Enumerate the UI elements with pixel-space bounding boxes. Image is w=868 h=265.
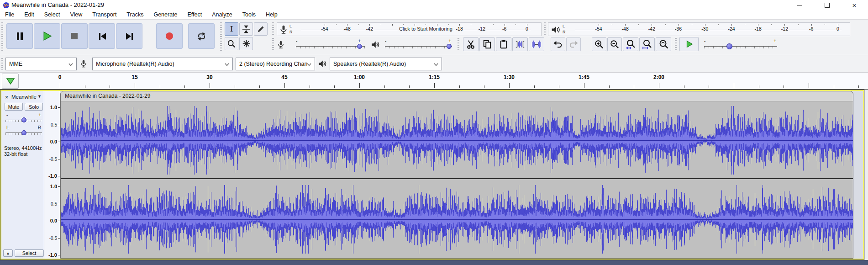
solo-button[interactable]: Solo xyxy=(25,103,43,111)
play-at-speed-grip[interactable] xyxy=(675,38,677,52)
playback-meter-grip[interactable] xyxy=(544,22,546,36)
vertical-scale-ruler[interactable]: 1.00.50.0-0.5-1.01.00.50.0-0.5-1.0 xyxy=(44,91,60,259)
record-button[interactable] xyxy=(156,23,183,49)
menu-edit[interactable]: Edit xyxy=(19,11,39,19)
playback-volume-thumb[interactable] xyxy=(447,44,452,49)
timeline-tick xyxy=(659,83,659,88)
paste-button[interactable] xyxy=(496,37,511,51)
maximize-icon xyxy=(825,3,830,8)
recording-meter-grip[interactable] xyxy=(272,22,274,36)
menu-tracks[interactable]: Tracks xyxy=(121,11,148,19)
skip-to-end-icon xyxy=(124,31,135,42)
vruler-tick xyxy=(58,204,60,204)
playback-device-select[interactable]: Speakers (Realtek(R) Audio) xyxy=(330,58,442,70)
track-select-button[interactable]: Select xyxy=(15,249,44,257)
zoom-out-button[interactable] xyxy=(607,37,622,51)
pan-slider[interactable]: L R xyxy=(5,126,42,137)
draw-tool-button[interactable] xyxy=(254,22,268,36)
play-button[interactable] xyxy=(34,23,60,49)
timeline-ruler[interactable]: 01530451:001:151:301:452:00 xyxy=(0,73,868,90)
timeline-tick xyxy=(85,85,85,88)
track-menu-arrow-icon[interactable]: ▼ xyxy=(37,94,42,99)
loop-icon xyxy=(196,31,207,42)
menu-help[interactable]: Help xyxy=(261,11,283,19)
pause-button[interactable] xyxy=(6,23,33,49)
play-speed-slider[interactable]: - + xyxy=(704,39,777,51)
fit-project-button[interactable] xyxy=(639,37,655,51)
undo-button[interactable] xyxy=(551,37,565,51)
track-name[interactable]: Meanwhile in xyxy=(11,94,37,100)
gain-thumb[interactable] xyxy=(21,117,26,122)
zoom-in-button[interactable] xyxy=(592,37,606,51)
playback-volume-slider[interactable]: - + xyxy=(385,39,452,51)
menu-file[interactable]: File xyxy=(0,11,19,19)
clip-header[interactable]: Meanwhile in Canada - 2022-01-29 xyxy=(61,91,853,101)
recording-meter[interactable]: L R -54-48-42-18-12-60Click to Start Mon… xyxy=(277,22,542,36)
recording-volume-minus: - xyxy=(296,39,297,43)
recording-volume-plus: + xyxy=(358,39,361,43)
recording-volume-slider[interactable]: - + xyxy=(296,39,365,51)
menu-generate[interactable]: Generate xyxy=(148,11,182,19)
selection-tool-button[interactable]: I xyxy=(225,22,238,36)
transport-toolbar-grip[interactable] xyxy=(1,22,3,52)
menu-tools[interactable]: Tools xyxy=(237,11,261,19)
meter-monitor-message[interactable]: Click to Start Monitoring xyxy=(398,26,454,32)
device-toolbar-grip[interactable] xyxy=(1,58,3,70)
mute-button[interactable]: Mute xyxy=(5,103,23,111)
maximize-button[interactable] xyxy=(813,0,841,10)
trim-audio-button[interactable] xyxy=(512,37,528,51)
copy-button[interactable] xyxy=(479,37,495,51)
meter-scale-label: -48 xyxy=(621,26,630,32)
timeline-tick xyxy=(759,85,759,88)
timeline-tick xyxy=(110,85,110,88)
menu-select[interactable]: Select xyxy=(39,11,65,19)
audio-host-select[interactable]: MME xyxy=(5,58,77,70)
menu-transport[interactable]: Transport xyxy=(87,11,121,19)
waveform-canvas[interactable] xyxy=(61,101,853,258)
redo-button[interactable] xyxy=(566,37,581,51)
silence-audio-button[interactable] xyxy=(529,37,544,51)
play-speed-thumb[interactable] xyxy=(726,43,732,49)
meter-tick-minor xyxy=(612,24,612,25)
audio-clip[interactable]: Meanwhile in Canada - 2022-01-29 xyxy=(60,91,853,259)
cut-button[interactable] xyxy=(463,37,479,51)
play-at-speed-button[interactable] xyxy=(679,37,699,51)
vruler-tick xyxy=(58,125,60,125)
playback-meter[interactable]: L R -54-48-42-36-30-24-18-12-60 xyxy=(548,22,850,36)
loop-button[interactable] xyxy=(188,23,215,49)
minimize-icon xyxy=(797,5,802,5)
track: × Meanwhile in ▼ Mute Solo - + L R xyxy=(0,90,864,260)
vertical-scrollbar[interactable] xyxy=(864,90,868,260)
close-button[interactable]: × xyxy=(841,0,868,10)
menu-analyze[interactable]: Analyze xyxy=(207,11,237,19)
recording-channels-select[interactable]: 2 (Stereo) Recording Chann xyxy=(236,58,315,70)
menu-view[interactable]: View xyxy=(65,11,87,19)
vruler-tick xyxy=(58,255,60,255)
play-meter-right-label: R xyxy=(563,30,566,34)
zoom-toggle-button[interactable] xyxy=(656,37,671,51)
gain-slider[interactable]: - + xyxy=(5,113,42,124)
mixer-toolbar-grip[interactable] xyxy=(272,38,274,52)
multi-tool-button[interactable] xyxy=(239,37,253,50)
tools-toolbar-grip[interactable] xyxy=(220,22,222,52)
zoom-tool-button[interactable] xyxy=(225,37,238,50)
recording-volume-thumb[interactable] xyxy=(357,44,362,49)
track-close-button[interactable]: × xyxy=(3,94,10,101)
track-collapse-button[interactable]: ▲ xyxy=(3,249,13,257)
skip-to-start-button[interactable] xyxy=(89,23,115,49)
skip-to-end-button[interactable] xyxy=(116,23,142,49)
horizontal-scrollbar[interactable] xyxy=(0,260,868,265)
stop-button[interactable] xyxy=(61,23,88,49)
envelope-tool-button[interactable] xyxy=(239,22,253,36)
audacity-window: Meanwhile in Canada - 2022-01-29 × FileE… xyxy=(0,0,868,265)
close-icon: × xyxy=(852,1,857,9)
fit-selection-button[interactable] xyxy=(623,37,638,51)
menu-effect[interactable]: Effect xyxy=(183,11,207,19)
pinned-play-head-button[interactable] xyxy=(2,74,19,89)
timeline-tick xyxy=(310,85,310,88)
pan-thumb[interactable] xyxy=(21,130,26,135)
edit-toolbar-grip[interactable] xyxy=(458,38,459,52)
meter-tick xyxy=(505,24,505,26)
minimize-button[interactable] xyxy=(786,0,813,10)
recording-device-select[interactable]: Microphone (Realtek(R) Audio) xyxy=(92,58,233,70)
